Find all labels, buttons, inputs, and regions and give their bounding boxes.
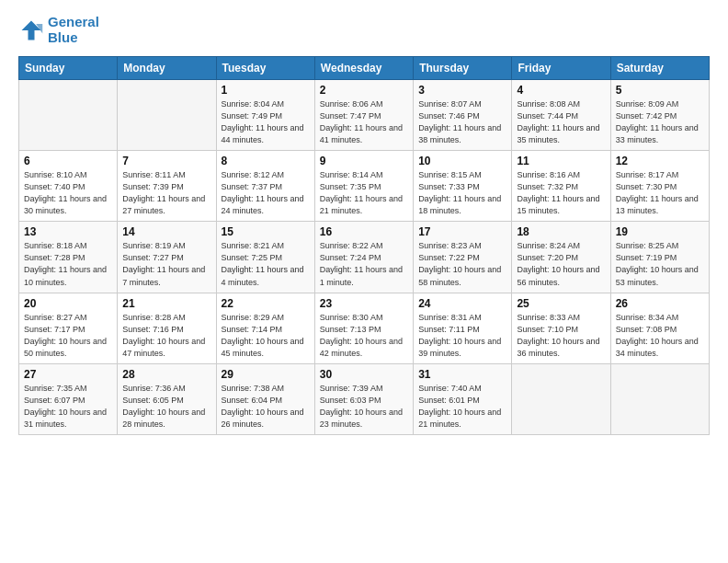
calendar-cell: 3Sunrise: 8:07 AM Sunset: 7:46 PM Daylig…: [414, 80, 512, 151]
day-number: 26: [616, 297, 704, 310]
day-number: 18: [517, 225, 605, 238]
day-info: Sunrise: 8:14 AM Sunset: 7:35 PM Dayligh…: [320, 169, 408, 217]
weekday-header-monday: Monday: [118, 57, 216, 80]
calendar-cell: 30Sunrise: 7:39 AM Sunset: 6:03 PM Dayli…: [314, 363, 413, 434]
calendar-cell: 22Sunrise: 8:29 AM Sunset: 7:14 PM Dayli…: [216, 293, 314, 363]
page: General Blue SundayMondayTuesdayWednesda…: [0, 0, 728, 563]
day-info: Sunrise: 8:33 AM Sunset: 7:10 PM Dayligh…: [517, 312, 605, 360]
day-number: 24: [418, 297, 506, 310]
day-info: Sunrise: 8:19 AM Sunset: 7:27 PM Dayligh…: [122, 240, 210, 288]
header: General Blue: [18, 15, 710, 45]
day-number: 30: [320, 368, 408, 381]
calendar-cell: [610, 363, 709, 434]
week-row-1: 6Sunrise: 8:10 AM Sunset: 7:40 PM Daylig…: [19, 151, 710, 222]
calendar-cell: 11Sunrise: 8:16 AM Sunset: 7:32 PM Dayli…: [512, 151, 610, 222]
day-info: Sunrise: 7:39 AM Sunset: 6:03 PM Dayligh…: [320, 383, 408, 431]
day-info: Sunrise: 8:17 AM Sunset: 7:30 PM Dayligh…: [616, 169, 704, 217]
calendar-cell: 29Sunrise: 7:38 AM Sunset: 6:04 PM Dayli…: [216, 363, 314, 434]
day-info: Sunrise: 8:27 AM Sunset: 7:17 PM Dayligh…: [24, 312, 112, 360]
day-number: 11: [517, 155, 605, 167]
day-info: Sunrise: 8:11 AM Sunset: 7:39 PM Dayligh…: [122, 169, 210, 217]
day-number: 14: [122, 225, 210, 238]
day-info: Sunrise: 8:21 AM Sunset: 7:25 PM Dayligh…: [222, 240, 310, 288]
week-row-3: 20Sunrise: 8:27 AM Sunset: 7:17 PM Dayli…: [19, 293, 710, 363]
day-number: 28: [122, 368, 210, 381]
calendar-cell: 14Sunrise: 8:19 AM Sunset: 7:27 PM Dayli…: [118, 222, 216, 293]
day-info: Sunrise: 8:04 AM Sunset: 7:49 PM Dayligh…: [222, 98, 310, 146]
day-info: Sunrise: 8:07 AM Sunset: 7:46 PM Dayligh…: [418, 98, 506, 146]
calendar-cell: 17Sunrise: 8:23 AM Sunset: 7:22 PM Dayli…: [414, 222, 512, 293]
day-info: Sunrise: 8:18 AM Sunset: 7:28 PM Dayligh…: [24, 240, 112, 288]
day-info: Sunrise: 8:22 AM Sunset: 7:24 PM Dayligh…: [320, 240, 408, 288]
logo: General Blue: [18, 15, 99, 45]
day-number: 21: [122, 297, 210, 310]
day-number: 15: [222, 225, 310, 238]
calendar-cell: 5Sunrise: 8:09 AM Sunset: 7:42 PM Daylig…: [610, 80, 709, 151]
calendar-cell: 25Sunrise: 8:33 AM Sunset: 7:10 PM Dayli…: [512, 293, 610, 363]
calendar-cell: 16Sunrise: 8:22 AM Sunset: 7:24 PM Dayli…: [314, 222, 413, 293]
day-info: Sunrise: 8:09 AM Sunset: 7:42 PM Dayligh…: [616, 98, 704, 146]
day-number: 1: [222, 84, 310, 97]
day-info: Sunrise: 8:30 AM Sunset: 7:13 PM Dayligh…: [320, 312, 408, 360]
day-info: Sunrise: 8:31 AM Sunset: 7:11 PM Dayligh…: [418, 312, 506, 360]
day-number: 17: [418, 225, 506, 238]
calendar-cell: 27Sunrise: 7:35 AM Sunset: 6:07 PM Dayli…: [19, 363, 118, 434]
calendar-cell: 1Sunrise: 8:04 AM Sunset: 7:49 PM Daylig…: [216, 80, 314, 151]
day-number: 10: [418, 155, 506, 167]
calendar-cell: 15Sunrise: 8:21 AM Sunset: 7:25 PM Dayli…: [216, 222, 314, 293]
weekday-header-saturday: Saturday: [610, 57, 709, 80]
weekday-header-friday: Friday: [512, 57, 610, 80]
calendar-cell: 13Sunrise: 8:18 AM Sunset: 7:28 PM Dayli…: [19, 222, 118, 293]
day-number: 27: [24, 368, 112, 381]
calendar-cell: 20Sunrise: 8:27 AM Sunset: 7:17 PM Dayli…: [19, 293, 118, 363]
calendar-cell: [19, 80, 118, 151]
calendar-cell: 31Sunrise: 7:40 AM Sunset: 6:01 PM Dayli…: [414, 363, 512, 434]
calendar-cell: 18Sunrise: 8:24 AM Sunset: 7:20 PM Dayli…: [512, 222, 610, 293]
day-info: Sunrise: 8:24 AM Sunset: 7:20 PM Dayligh…: [517, 240, 605, 288]
calendar-cell: 24Sunrise: 8:31 AM Sunset: 7:11 PM Dayli…: [414, 293, 512, 363]
calendar-cell: [512, 363, 610, 434]
day-number: 29: [222, 368, 310, 381]
day-info: Sunrise: 8:16 AM Sunset: 7:32 PM Dayligh…: [517, 169, 605, 217]
svg-marker-0: [22, 20, 41, 40]
calendar-cell: 28Sunrise: 7:36 AM Sunset: 6:05 PM Dayli…: [118, 363, 216, 434]
week-row-4: 27Sunrise: 7:35 AM Sunset: 6:07 PM Dayli…: [19, 363, 710, 434]
day-number: 4: [517, 84, 605, 97]
day-info: Sunrise: 8:25 AM Sunset: 7:19 PM Dayligh…: [616, 240, 704, 288]
calendar-cell: 23Sunrise: 8:30 AM Sunset: 7:13 PM Dayli…: [314, 293, 413, 363]
calendar-cell: 4Sunrise: 8:08 AM Sunset: 7:44 PM Daylig…: [512, 80, 610, 151]
weekday-header-sunday: Sunday: [19, 57, 118, 80]
day-number: 19: [616, 225, 704, 238]
generalblue-logo-icon: [18, 17, 44, 43]
weekday-header-tuesday: Tuesday: [216, 57, 314, 80]
day-number: 9: [320, 155, 408, 167]
day-number: 5: [616, 84, 704, 97]
week-row-0: 1Sunrise: 8:04 AM Sunset: 7:49 PM Daylig…: [19, 80, 710, 151]
weekday-header-thursday: Thursday: [414, 57, 512, 80]
calendar-cell: 2Sunrise: 8:06 AM Sunset: 7:47 PM Daylig…: [314, 80, 413, 151]
day-info: Sunrise: 8:10 AM Sunset: 7:40 PM Dayligh…: [24, 169, 112, 217]
week-row-2: 13Sunrise: 8:18 AM Sunset: 7:28 PM Dayli…: [19, 222, 710, 293]
day-number: 6: [24, 155, 112, 167]
day-number: 7: [122, 155, 210, 167]
day-info: Sunrise: 8:08 AM Sunset: 7:44 PM Dayligh…: [517, 98, 605, 146]
calendar-cell: 7Sunrise: 8:11 AM Sunset: 7:39 PM Daylig…: [118, 151, 216, 222]
day-number: 16: [320, 225, 408, 238]
weekday-header-row: SundayMondayTuesdayWednesdayThursdayFrid…: [19, 57, 710, 80]
logo-text: General Blue: [48, 15, 99, 45]
day-number: 3: [418, 84, 506, 97]
calendar-cell: 10Sunrise: 8:15 AM Sunset: 7:33 PM Dayli…: [414, 151, 512, 222]
day-info: Sunrise: 7:35 AM Sunset: 6:07 PM Dayligh…: [24, 383, 112, 431]
day-number: 22: [222, 297, 310, 310]
day-info: Sunrise: 7:36 AM Sunset: 6:05 PM Dayligh…: [122, 383, 210, 431]
calendar-cell: 21Sunrise: 8:28 AM Sunset: 7:16 PM Dayli…: [118, 293, 216, 363]
day-info: Sunrise: 7:40 AM Sunset: 6:01 PM Dayligh…: [418, 383, 506, 431]
calendar-cell: 19Sunrise: 8:25 AM Sunset: 7:19 PM Dayli…: [610, 222, 709, 293]
day-number: 12: [616, 155, 704, 167]
day-number: 31: [418, 368, 506, 381]
calendar-cell: 6Sunrise: 8:10 AM Sunset: 7:40 PM Daylig…: [19, 151, 118, 222]
day-info: Sunrise: 8:15 AM Sunset: 7:33 PM Dayligh…: [418, 169, 506, 217]
day-info: Sunrise: 7:38 AM Sunset: 6:04 PM Dayligh…: [222, 383, 310, 431]
day-number: 25: [517, 297, 605, 310]
day-info: Sunrise: 8:06 AM Sunset: 7:47 PM Dayligh…: [320, 98, 408, 146]
